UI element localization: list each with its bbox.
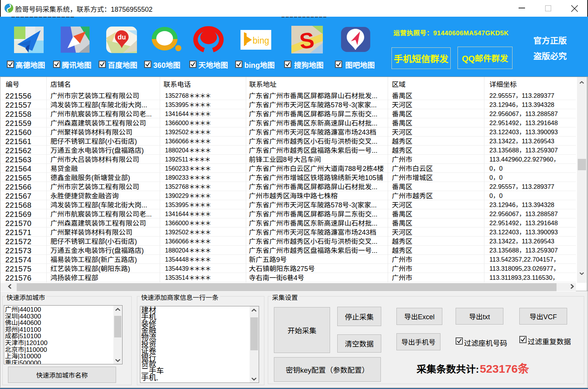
svg-text:S: S <box>298 27 315 53</box>
svg-text:bing: bing <box>253 36 269 45</box>
svg-text:du: du <box>118 33 126 41</box>
